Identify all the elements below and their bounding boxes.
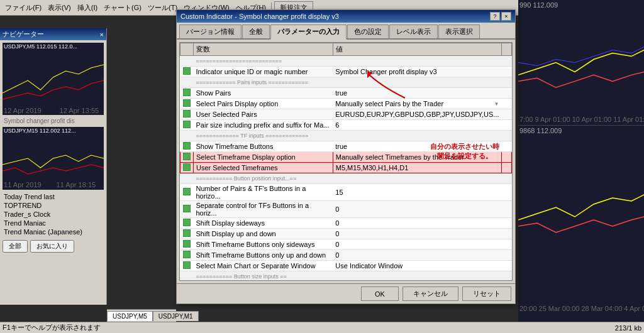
row-variable[interactable]: Indicator unique ID or magic number <box>194 67 333 77</box>
row-value[interactable]: 0 <box>333 201 501 218</box>
row-col1: ============= TF inputs ============= <box>194 131 502 141</box>
dialog-title-buttons: ? × <box>490 12 511 21</box>
parameters-table[interactable]: 変数 値 ========================== Indicato… <box>179 42 513 281</box>
row-scroll <box>502 141 512 152</box>
tab-display[interactable]: 表示選択 <box>438 25 480 38</box>
navigator-header: ナビゲーター × <box>0 28 106 40</box>
row-variable[interactable]: Show Pairs <box>194 88 333 99</box>
row-variable[interactable]: Shift Timeframe Buttons only sideways <box>194 239 333 250</box>
row-value[interactable]: Symbol Changer profit display v3 <box>333 67 501 77</box>
menu-insert[interactable]: 挿入(I) <box>75 2 100 14</box>
nav-item-today-trend[interactable]: Today Trend last <box>1 192 105 201</box>
row-icon <box>180 184 194 201</box>
navigator-close-icon[interactable]: × <box>100 31 104 38</box>
row-variable[interactable]: Shift Display up and down <box>194 229 333 239</box>
params-table-element: 変数 値 ========================== Indicato… <box>180 43 512 281</box>
reset-button[interactable]: リセット <box>462 287 511 301</box>
row-value[interactable]: true <box>333 88 501 99</box>
table-row: ============ Pairs inputs ============ <box>180 77 512 88</box>
table-row: User Selected Pairs EURUSD,EURJPY,GBPUSD… <box>180 109 512 120</box>
row-col1: ========================== <box>194 56 502 67</box>
menu-file[interactable]: ファイル(F) <box>3 2 44 14</box>
menu-view[interactable]: 表示(V) <box>45 2 74 14</box>
row-icon <box>180 201 194 218</box>
tab-levels[interactable]: レベル表示 <box>389 25 438 38</box>
row-value[interactable]: M5,M15,M30,H1,H4,D1 <box>333 163 501 173</box>
table-row: Select Pairs Display option Manually sel… <box>180 99 512 109</box>
dropdown-arrow-icon[interactable]: ▼ <box>494 101 499 107</box>
row-variable[interactable]: Shift Timeframe Buttons only up and down <box>194 250 333 261</box>
row-variable[interactable]: User Selected Pairs <box>194 109 333 120</box>
row-icon <box>180 141 194 152</box>
row-col1: =========== Button position input...== <box>194 173 502 184</box>
svg-text:9868 112.009: 9868 112.009 <box>519 127 562 134</box>
row-value[interactable]: 0 <box>333 229 501 239</box>
cancel-button[interactable]: キャンセル <box>402 287 458 301</box>
tab-version[interactable]: バージョン情報 <box>179 25 242 38</box>
row-variable[interactable]: Shift Display sideways <box>194 218 333 229</box>
table-row: ============= TF inputs ============= <box>180 131 512 141</box>
table-row-highlighted-tf-display: Select Timeframe Display option Manually… <box>180 152 512 163</box>
row-value[interactable]: EURUSD,EURJPY,GBPUSD,GBP,JPY,USDJPY,US..… <box>333 109 501 120</box>
row-scroll <box>502 239 512 250</box>
row-icon <box>180 109 194 120</box>
menu-chart[interactable]: チャート(G) <box>101 2 144 14</box>
row-variable[interactable]: Select Timeframe Display option <box>194 152 333 163</box>
tab-colors[interactable]: 色の設定 <box>347 25 389 38</box>
row-value[interactable]: 6 <box>333 120 501 131</box>
row-scroll <box>502 88 512 99</box>
row-scroll <box>502 271 512 281</box>
table-row: Indicator unique ID or magic number Symb… <box>180 67 512 77</box>
nav-items-list: Today Trend last TOPTREND Trader_s Clock… <box>1 192 105 236</box>
nav-item-trend-maniac[interactable]: Trend Maniac <box>1 219 105 227</box>
dialog-close-button[interactable]: × <box>501 12 511 21</box>
table-row: Pair size including prefix and suffix fo… <box>180 120 512 131</box>
row-variable[interactable]: Separate control for TFs Buttons in a ho… <box>194 201 333 218</box>
tab-parameters[interactable]: パラメーターの入力 <box>270 25 347 40</box>
row-scroll <box>502 109 512 120</box>
row-icon <box>180 77 194 88</box>
row-value[interactable]: Use Indicator Window <box>333 261 501 271</box>
row-icon <box>180 131 194 141</box>
row-icon <box>180 120 194 131</box>
col-variable: 変数 <box>194 43 333 56</box>
status-bar: F1キーでヘルプが表示されます 213/1 kb <box>0 322 644 333</box>
row-value[interactable]: 0 <box>333 250 501 261</box>
chart-tab-m1[interactable]: USDJPY,M1 <box>153 311 199 321</box>
row-value-dropdown[interactable]: Manually select Pairs by the Trader ▼ <box>333 99 501 109</box>
menu-tools[interactable]: ツール(T) <box>145 2 180 14</box>
row-icon <box>180 229 194 239</box>
nav-item-traders-clock[interactable]: Trader_s Clock <box>1 210 105 219</box>
table-row: ========================== <box>180 56 512 67</box>
chart-mini-1: USDJPY,M5 112.015 112.0... 12 Apr 2019 1… <box>3 43 104 115</box>
row-scroll <box>502 229 512 239</box>
nav-item-toptrend[interactable]: TOPTREND <box>1 201 105 210</box>
dialog-help-button[interactable]: ? <box>490 12 500 21</box>
row-scroll <box>502 173 512 184</box>
nav-favorite-button[interactable]: お気に入り <box>30 240 74 253</box>
row-variable[interactable]: Number of Pairs & TF's Buttons in a hori… <box>194 184 333 201</box>
table-row: Shift Display sideways 0 <box>180 218 512 229</box>
nav-item-trend-maniac-jp[interactable]: Trend Maniac (Japanese) <box>1 227 105 236</box>
chart-tab-m5[interactable]: USDJPY,M5 <box>107 311 153 321</box>
ok-button[interactable]: OK <box>361 287 399 301</box>
row-variable[interactable]: Pair size including prefix and suffix fo… <box>194 120 333 131</box>
row-variable[interactable]: Select Main Chart or Separate Window <box>194 261 333 271</box>
svg-text:12 Apr 13:55: 12 Apr 13:55 <box>60 107 99 114</box>
nav-all-button[interactable]: 全部 <box>3 240 28 253</box>
row-icon <box>180 271 194 281</box>
row-value[interactable]: 15 <box>333 184 501 201</box>
tab-general[interactable]: 全般 <box>242 25 270 38</box>
right-charts-panel: 990 112.009 7:00 9 Apr 01:00 10 Apr 01:0… <box>518 0 644 333</box>
svg-text:990 112.009: 990 112.009 <box>519 1 558 9</box>
row-value[interactable]: 0 <box>333 239 501 250</box>
row-value[interactable]: 0 <box>333 218 501 229</box>
row-variable[interactable]: Select Pairs Display option <box>194 99 333 109</box>
table-row: Select Main Chart or Separate Window Use… <box>180 261 512 271</box>
right-bottom-chart: 9868 112.009 20:00 25 Mar 00:00 28 Mar 0… <box>518 126 644 314</box>
row-scroll <box>502 250 512 261</box>
row-value[interactable]: Manually select Timeframes by the Trader <box>333 152 501 163</box>
row-variable[interactable]: User Selected Timeframes <box>194 163 333 173</box>
row-variable[interactable]: Show Timeframe Buttons <box>194 141 333 152</box>
row-value[interactable]: true <box>333 141 501 152</box>
